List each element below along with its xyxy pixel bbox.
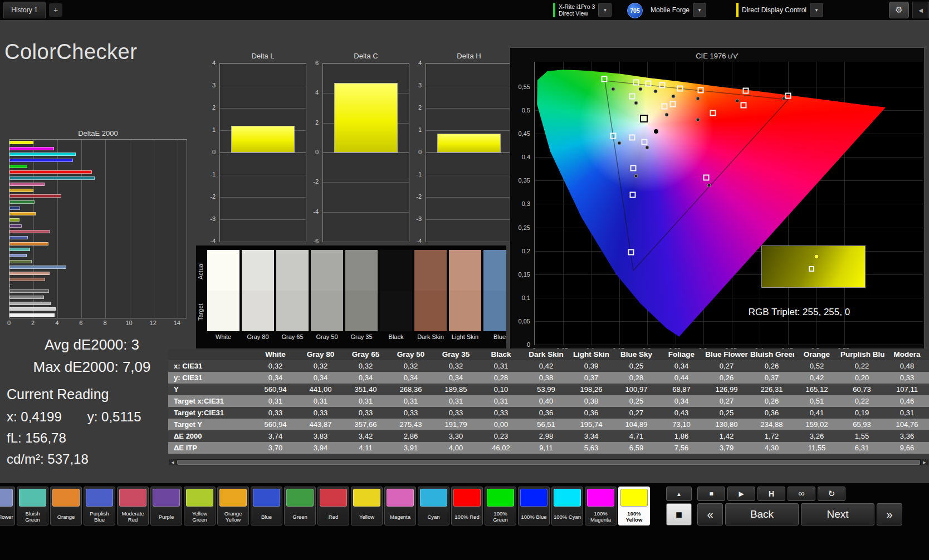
table-scrollbar-thumb[interactable]: [177, 460, 920, 465]
patch-button-green[interactable]: Green: [284, 487, 316, 525]
column-header-purplish-blue: Purplish Blue: [839, 348, 884, 360]
patch-button-red[interactable]: Red: [317, 487, 349, 525]
table-cell: 159,02: [794, 419, 839, 430]
column-header-black: Black: [478, 348, 524, 360]
swatch-blue[interactable]: Blue: [483, 250, 506, 346]
source-dropdown-button[interactable]: ▼: [693, 3, 706, 17]
patch-button-moderate-red[interactable]: Moderate Red: [117, 487, 149, 525]
patch-button-orange[interactable]: Orange: [50, 487, 82, 525]
current-cdm2: cd/m²: 537,18: [7, 451, 141, 467]
patch-label: Bluish Green: [17, 508, 48, 525]
cie-point-measured: [707, 183, 711, 187]
patch-button-100-blue[interactable]: 100% Blue: [518, 487, 550, 525]
patch-button-yellow-green[interactable]: Yellow Green: [184, 487, 216, 525]
patch-button-purple[interactable]: Purple: [150, 487, 182, 525]
swatch-target: [414, 291, 447, 331]
cie-zoom-overlay: [761, 245, 866, 288]
swatch-gray-65[interactable]: Gray 65: [276, 250, 309, 346]
gridline: [220, 219, 306, 220]
collapse-panel-button[interactable]: ◀: [912, 2, 929, 18]
table-cell: 0,34: [433, 372, 478, 384]
table-cell: 0,39: [569, 360, 614, 372]
scroll-left-icon[interactable]: ◀: [169, 459, 177, 465]
table-cell: 0,41: [794, 407, 839, 419]
table-cell: 7,56: [659, 442, 704, 454]
swatch-light-skin[interactable]: Light Skin: [449, 250, 481, 346]
axis-tick-label: 0,35: [519, 177, 530, 184]
patch-button-100-red[interactable]: 100% Red: [451, 487, 483, 525]
chart-title: Delta L: [219, 52, 306, 60]
patch-button-yellow[interactable]: Yellow: [351, 487, 383, 525]
table-cell: 3,34: [569, 430, 614, 442]
table-cell: 0,34: [253, 372, 298, 384]
table-cell: 3,36: [884, 430, 929, 442]
axis-tick-label: 0,05: [519, 318, 530, 325]
cie-point-target: [641, 139, 647, 145]
patch-button-bluish-green[interactable]: Bluish Green: [17, 487, 48, 525]
patch-button-blue-flower[interactable]: Blue Flower: [0, 487, 15, 525]
refresh-button[interactable]: ↻: [818, 487, 845, 501]
table-cell: 3,74: [253, 430, 298, 442]
table-scrollbar[interactable]: ◀ ▶: [168, 459, 929, 466]
display-control-dropdown-button[interactable]: ▼: [810, 3, 823, 17]
table-cell: 3,26: [794, 430, 839, 442]
patch-strip: Blue FlowerBluish GreenOrangePurplish Bl…: [0, 487, 650, 525]
history-tab[interactable]: History 1: [3, 2, 46, 18]
deltae-bar-bluish-green: [9, 248, 30, 251]
loop-button[interactable]: ∞: [788, 487, 815, 501]
patch-button-orange-yellow[interactable]: Orange Yellow: [217, 487, 249, 525]
swatch-dark-skin[interactable]: Dark Skin: [414, 250, 447, 346]
add-tab-button[interactable]: +: [49, 3, 62, 17]
patch-button-magenta[interactable]: Magenta: [384, 487, 416, 525]
patch-button-purplish-blue[interactable]: Purplish Blue: [84, 487, 115, 525]
patch-button-100-cyan[interactable]: 100% Cyan: [551, 487, 583, 525]
table-cell: 0,22: [839, 360, 884, 372]
patch-button-blue[interactable]: Blue: [251, 487, 282, 525]
deltae2000-bars: [9, 141, 187, 317]
axis-tick-label: -4: [416, 238, 422, 244]
gridline: [426, 63, 512, 64]
patch-color-swatch: [52, 489, 80, 507]
axis-tick-label: 0,15: [519, 271, 530, 278]
table-cell: 0,38: [524, 372, 569, 384]
patch-button-cyan[interactable]: Cyan: [418, 487, 449, 525]
play-button[interactable]: ▶: [727, 487, 755, 501]
column-header-blue-flower: Blue Flower: [704, 348, 749, 360]
next-button[interactable]: Next: [801, 503, 874, 525]
deltae-bar-magenta: [9, 183, 45, 186]
patch-count-badge[interactable]: 705: [627, 3, 643, 18]
patch-button-100-yellow[interactable]: 100% Yellow: [618, 487, 650, 525]
patch-list-up-button[interactable]: ▲: [666, 487, 692, 501]
stop-button[interactable]: ■: [697, 487, 725, 501]
swatch-gray-80[interactable]: Gray 80: [242, 250, 274, 346]
patch-button-100-green[interactable]: 100% Green: [485, 487, 516, 525]
scroll-right-icon[interactable]: ▶: [921, 459, 928, 465]
table-cell: 0,32: [253, 360, 298, 372]
back-button[interactable]: Back: [725, 503, 799, 525]
table-cell: 5,63: [569, 442, 614, 454]
patch-label: 100% Cyan: [552, 508, 583, 525]
table-cell: 234,88: [749, 419, 794, 430]
cie-point-target: [697, 87, 703, 93]
results-table: WhiteGray 80Gray 65Gray 50Gray 35BlackDa…: [168, 348, 929, 454]
pause-button[interactable]: H: [757, 487, 785, 501]
double-chevron-right-icon-button[interactable]: »: [877, 503, 902, 525]
previous-page-button[interactable]: «: [697, 503, 723, 525]
table-cell: 351,40: [343, 384, 388, 395]
patch-button-100-magenta[interactable]: 100% Magenta: [585, 487, 617, 525]
patch-color-swatch: [86, 489, 113, 507]
swatch-target: [242, 291, 274, 331]
axis-tick-label: 1: [418, 126, 422, 133]
patch-window-button[interactable]: ■: [666, 503, 692, 525]
collapse-arrow-icon: ◀: [918, 7, 923, 13]
meter-dropdown-button[interactable]: ▼: [598, 3, 612, 17]
swatch-black[interactable]: Black: [380, 250, 412, 346]
table-cell: 0,33: [478, 407, 524, 419]
table-cell: 0,46: [884, 395, 929, 407]
swatch-gray-35[interactable]: Gray 35: [345, 250, 378, 346]
swatch-white[interactable]: White: [207, 250, 239, 346]
settings-button[interactable]: ⚙: [889, 2, 909, 18]
cie-point-target: [703, 175, 710, 181]
table-cell: 0,31: [298, 395, 343, 407]
swatch-gray-50[interactable]: Gray 50: [311, 250, 343, 346]
